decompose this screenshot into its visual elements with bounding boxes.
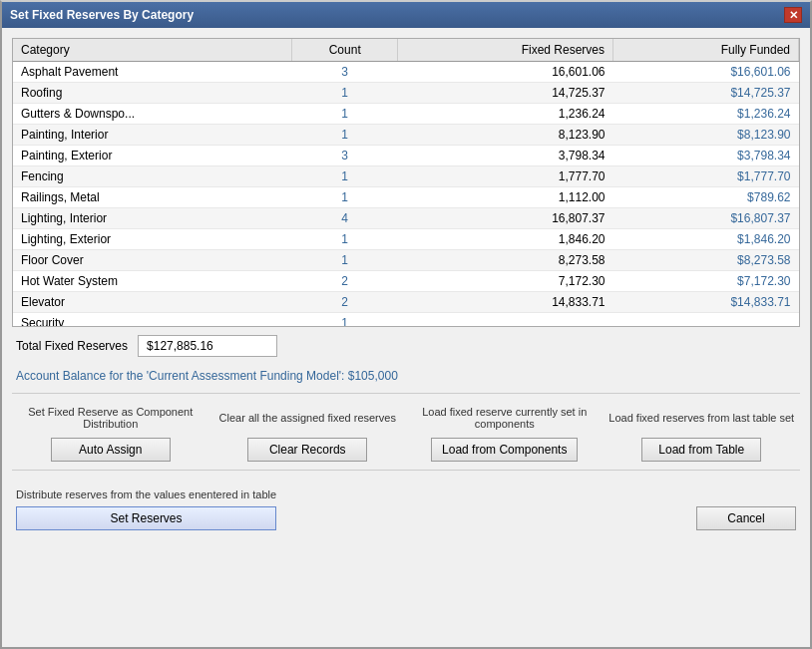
cell-category: Fencing: [13, 166, 292, 187]
cell-category: Gutters & Downspo...: [13, 104, 292, 125]
cell-fixed-reserves: 1,236.24: [397, 104, 612, 125]
title-bar: Set Fixed Reserves By Category ✕: [2, 2, 810, 28]
cell-category: Painting, Exterior: [13, 146, 292, 166]
button-group-label-auto-assign: Set Fixed Reserve as Component Distribut…: [16, 402, 205, 434]
cell-category: Asphalt Pavement: [13, 62, 292, 83]
cell-count: 4: [292, 208, 398, 229]
close-button[interactable]: ✕: [784, 7, 802, 23]
totals-label: Total Fixed Reserves: [16, 339, 128, 353]
table-row[interactable]: Security1: [13, 313, 799, 328]
cell-count: 1: [292, 250, 398, 271]
cell-count: 2: [292, 271, 398, 292]
cell-fixed-reserves: 1,777.70: [397, 166, 612, 187]
cell-fixed-reserves: 1,846.20: [397, 229, 612, 250]
cell-fixed-reserves: [397, 313, 612, 328]
main-window: Set Fixed Reserves By Category ✕ Categor…: [0, 0, 812, 649]
cell-fully-funded: $16,601.06: [613, 62, 799, 83]
table-row[interactable]: Asphalt Pavement316,601.06$16,601.06: [13, 62, 799, 83]
cell-fixed-reserves: 14,725.37: [397, 83, 612, 104]
cell-fixed-reserves: 8,123.90: [397, 125, 612, 146]
col-header-category: Category: [13, 39, 292, 62]
cell-fully-funded: $3,798.34: [613, 146, 799, 166]
button-group-auto-assign: Set Fixed Reserve as Component Distribut…: [16, 402, 205, 462]
cell-category: Lighting, Interior: [13, 208, 292, 229]
button-group-label-load-from-components: Load fixed reserve currently set in comp…: [410, 402, 600, 434]
button-group-clear-records: Clear all the assigned fixed reservesCle…: [213, 402, 403, 462]
window-title: Set Fixed Reserves By Category: [10, 8, 194, 22]
table-row[interactable]: Lighting, Exterior11,846.20$1,846.20: [13, 229, 799, 250]
cell-fully-funded: $1,846.20: [613, 229, 799, 250]
cell-count: 1: [292, 229, 398, 250]
content-area: Category Count Fixed Reserves Fully Fund…: [2, 28, 810, 548]
reserves-table: Category Count Fixed Reserves Fully Fund…: [13, 39, 799, 327]
table-row[interactable]: Roofing114,725.37$14,725.37: [13, 83, 799, 104]
cell-category: Hot Water System: [13, 271, 292, 292]
cell-fully-funded: $1,236.24: [613, 104, 799, 125]
table-body: Asphalt Pavement316,601.06$16,601.06Roof…: [13, 62, 799, 328]
clear-records-button[interactable]: Clear Records: [247, 438, 367, 462]
table-row[interactable]: Gutters & Downspo...11,236.24$1,236.24: [13, 104, 799, 125]
account-balance-text: Account Balance for the 'Current Assessm…: [12, 365, 800, 393]
cell-fixed-reserves: 16,601.06: [397, 62, 612, 83]
table-row[interactable]: Railings, Metal11,112.00$789.62: [13, 187, 799, 208]
data-table-container[interactable]: Category Count Fixed Reserves Fully Fund…: [12, 38, 800, 327]
cell-count: 2: [292, 292, 398, 313]
cell-category: Painting, Interior: [13, 125, 292, 146]
auto-assign-button[interactable]: Auto Assign: [51, 438, 171, 462]
load-from-table-button[interactable]: Load from Table: [641, 438, 761, 462]
cell-fully-funded: $7,172.30: [613, 271, 799, 292]
cell-count: 3: [292, 62, 398, 83]
button-group-label-load-from-table: Load fixed reserves from last table set: [609, 402, 794, 434]
cell-count: 1: [292, 166, 398, 187]
cell-category: Lighting, Exterior: [13, 229, 292, 250]
cell-count: 3: [292, 146, 398, 166]
load-from-components-button[interactable]: Load from Components: [431, 438, 578, 462]
cell-fully-funded: $789.62: [613, 187, 799, 208]
cell-fully-funded: $14,725.37: [613, 83, 799, 104]
cell-fully-funded: $1,777.70: [613, 166, 799, 187]
table-row[interactable]: Elevator214,833.71$14,833.71: [13, 292, 799, 313]
cell-fixed-reserves: 3,798.34: [397, 146, 612, 166]
cell-count: 1: [292, 187, 398, 208]
table-row[interactable]: Painting, Interior18,123.90$8,123.90: [13, 125, 799, 146]
cell-category: Roofing: [13, 83, 292, 104]
totals-value: $127,885.16: [138, 335, 277, 357]
distribute-label: Distribute reserves from the values enen…: [16, 488, 276, 500]
cell-count: 1: [292, 104, 398, 125]
cell-category: Security: [13, 313, 292, 328]
button-group-load-from-table: Load fixed reserves from last table setL…: [608, 402, 797, 462]
action-buttons-section: Set Fixed Reserve as Component Distribut…: [12, 393, 800, 471]
table-row[interactable]: Fencing11,777.70$1,777.70: [13, 166, 799, 187]
table-row[interactable]: Floor Cover18,273.58$8,273.58: [13, 250, 799, 271]
cell-fully-funded: [613, 313, 799, 328]
cell-count: 1: [292, 83, 398, 104]
cell-count: 1: [292, 125, 398, 146]
cell-fixed-reserves: 8,273.58: [397, 250, 612, 271]
cell-fixed-reserves: 1,112.00: [397, 187, 612, 208]
cell-fixed-reserves: 16,807.37: [397, 208, 612, 229]
cell-count: 1: [292, 313, 398, 328]
set-reserves-button[interactable]: Set Reserves: [16, 506, 276, 530]
cancel-button[interactable]: Cancel: [696, 506, 796, 530]
table-row[interactable]: Lighting, Interior416,807.37$16,807.37: [13, 208, 799, 229]
table-row[interactable]: Hot Water System27,172.30$7,172.30: [13, 271, 799, 292]
table-row[interactable]: Painting, Exterior33,798.34$3,798.34: [13, 146, 799, 166]
cell-fixed-reserves: 7,172.30: [397, 271, 612, 292]
col-header-fully-funded: Fully Funded: [613, 39, 799, 62]
cell-category: Railings, Metal: [13, 187, 292, 208]
cell-fixed-reserves: 14,833.71: [397, 292, 612, 313]
col-header-fixed-reserves: Fixed Reserves: [397, 39, 612, 62]
cell-category: Floor Cover: [13, 250, 292, 271]
col-header-count: Count: [292, 39, 398, 62]
totals-row: Total Fixed Reserves $127,885.16: [12, 327, 800, 365]
cell-fully-funded: $14,833.71: [613, 292, 799, 313]
bottom-left: Distribute reserves from the values enen…: [16, 488, 276, 530]
cell-fully-funded: $8,273.58: [613, 250, 799, 271]
button-group-label-clear-records: Clear all the assigned fixed reserves: [219, 402, 396, 434]
bottom-section: Distribute reserves from the values enen…: [12, 481, 800, 538]
cell-fully-funded: $16,807.37: [613, 208, 799, 229]
cell-fully-funded: $8,123.90: [613, 125, 799, 146]
button-group-load-from-components: Load fixed reserve currently set in comp…: [410, 402, 600, 462]
cell-category: Elevator: [13, 292, 292, 313]
table-header-row: Category Count Fixed Reserves Fully Fund…: [13, 39, 799, 62]
